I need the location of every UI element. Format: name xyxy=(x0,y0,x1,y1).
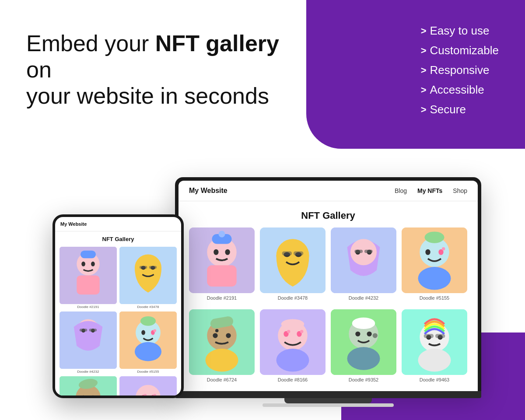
nav-shop[interactable]: Shop xyxy=(453,187,467,194)
laptop-nft-avatar-4232 xyxy=(331,228,396,293)
laptop-nft-4232: Doodle #4232 xyxy=(331,228,396,301)
svg-point-42 xyxy=(225,249,230,255)
laptop-foot xyxy=(262,403,394,407)
tablet-logo: My Website xyxy=(60,221,87,227)
laptop-nft-9463: Doodle #9463 xyxy=(402,309,467,382)
svg-point-83 xyxy=(355,332,360,336)
features-list: Easy to use Customizable Responsive Acce… xyxy=(421,24,499,122)
headline-nft-gallery: NFT gallery xyxy=(155,31,279,56)
svg-point-63 xyxy=(425,231,444,243)
svg-point-41 xyxy=(214,249,218,255)
nft-avatar-8166 xyxy=(119,376,177,396)
svg-point-78 xyxy=(281,319,304,329)
svg-point-4 xyxy=(91,262,95,266)
nav-my-nfts[interactable]: My NFTs xyxy=(417,187,442,194)
svg-point-66 xyxy=(206,349,238,372)
svg-point-85 xyxy=(373,333,378,338)
main-content: Embed your NFT gallery on your website i… xyxy=(0,0,525,420)
feature-responsive: Responsive xyxy=(421,63,499,77)
svg-rect-49 xyxy=(282,251,292,255)
feature-easy: Easy to use xyxy=(421,24,499,38)
svg-point-3 xyxy=(81,262,85,266)
svg-point-52 xyxy=(350,239,377,265)
laptop-nav: My Website Blog My NFTs Shop xyxy=(178,181,478,201)
laptop-nft-avatar-9463 xyxy=(402,309,467,375)
svg-rect-16 xyxy=(80,329,87,332)
svg-rect-5 xyxy=(80,251,96,258)
nft-avatar-6724 xyxy=(60,376,117,396)
svg-rect-17 xyxy=(89,329,97,332)
laptop-nft-avatar-9352 xyxy=(331,309,396,375)
laptop-nft-avatar-2191 xyxy=(189,228,255,293)
tablet-nft-5: Doodle #6724 xyxy=(60,376,117,396)
laptop-nav-logo: My Website xyxy=(189,187,228,195)
laptop-nft-avatar-6724 xyxy=(189,309,255,375)
tablet-nav: My Website xyxy=(55,217,181,231)
tablet-nft-label-4: Doodle #5155 xyxy=(137,370,159,374)
tablet-grid: Doodle #2191 xyxy=(55,247,181,396)
svg-point-77 xyxy=(300,330,304,333)
svg-rect-82 xyxy=(352,318,375,329)
svg-point-24 xyxy=(140,316,156,326)
laptop-nft-label-4232: Doodle #4232 xyxy=(349,295,379,301)
tablet-nft-6: Doodle #8166 xyxy=(119,376,177,396)
laptop-nft-label-8166: Doodle #8166 xyxy=(278,377,308,382)
laptop-nft-6724: Doodle #6724 xyxy=(189,309,255,382)
laptop-nft-9352: Doodle #9352 xyxy=(331,309,396,382)
laptop-nft-2191: Doodle #2191 xyxy=(189,228,255,301)
svg-point-60 xyxy=(425,249,430,255)
laptop-screen-wrapper: My Website Blog My NFTs Shop NFT Gallery xyxy=(175,177,481,391)
nav-blog[interactable]: Blog xyxy=(395,187,407,194)
laptop-nft-label-5155: Doodle #5155 xyxy=(420,295,450,301)
tablet-nft-label-1: Doodle #2191 xyxy=(77,305,99,309)
laptop-grid-row2: Doodle #6724 xyxy=(178,309,478,391)
laptop-nft-avatar-8166 xyxy=(260,309,326,375)
laptop-nft-avatar-3478 xyxy=(260,228,326,293)
laptop-nft-label-9352: Doodle #9352 xyxy=(349,377,379,382)
svg-rect-55 xyxy=(354,250,363,253)
laptop-stand xyxy=(284,398,372,403)
svg-rect-2 xyxy=(77,276,99,295)
svg-point-62 xyxy=(442,247,445,251)
nft-avatar-3478 xyxy=(119,247,177,304)
svg-rect-56 xyxy=(364,250,373,253)
feature-customizable: Customizable xyxy=(421,44,499,57)
svg-point-70 xyxy=(215,329,219,332)
tablet-device: My Website NFT Gallery xyxy=(52,214,184,398)
laptop-nft-label-6724: Doodle #6724 xyxy=(207,377,237,382)
svg-point-75 xyxy=(287,330,290,333)
svg-point-23 xyxy=(154,329,157,332)
tablet-nft-4: Doodle #5155 xyxy=(119,312,177,374)
laptop-base xyxy=(175,391,481,398)
svg-rect-10 xyxy=(140,266,147,269)
svg-point-81 xyxy=(347,347,380,370)
tablet-nft-label-2: Doodle #3478 xyxy=(137,305,159,309)
laptop-grid-row1: Doodle #2191 xyxy=(178,228,478,309)
nft-avatar-4232 xyxy=(60,312,117,369)
laptop-nft-label-2191: Doodle #2191 xyxy=(207,295,237,301)
svg-point-44 xyxy=(219,231,225,238)
svg-point-84 xyxy=(367,332,372,336)
tablet-nft-1: Doodle #2191 xyxy=(60,247,117,309)
laptop-nft-label-3478: Doodle #3478 xyxy=(278,295,308,301)
tablet-nft-2: Doodle #3478 xyxy=(119,247,177,309)
laptop-nft-avatar-5155 xyxy=(402,228,467,293)
headline-line1-prefix: Embed your xyxy=(26,31,155,56)
headline: Embed your NFT gallery on your website i… xyxy=(26,31,298,109)
laptop-nft-5155: Doodle #5155 xyxy=(402,228,467,301)
feature-secure: Secure xyxy=(421,103,499,116)
feature-accessible: Accessible xyxy=(421,83,499,97)
svg-point-67 xyxy=(213,333,217,338)
svg-rect-11 xyxy=(149,266,157,269)
svg-point-59 xyxy=(418,267,451,290)
svg-point-21 xyxy=(141,330,145,335)
nft-avatar-2191 xyxy=(60,247,117,304)
laptop-nft-label-9463: Doodle #9463 xyxy=(420,377,450,382)
tablet-gallery-title: NFT Gallery xyxy=(55,231,181,247)
laptop-screen: My Website Blog My NFTs Shop NFT Gallery xyxy=(178,181,478,391)
laptop-gallery-title: NFT Gallery xyxy=(178,201,478,228)
svg-rect-50 xyxy=(294,251,304,255)
svg-point-20 xyxy=(135,342,161,361)
devices-container: My Website NFT Gallery xyxy=(22,177,512,407)
tablet-nft-label-3: Doodle #4232 xyxy=(77,370,99,374)
